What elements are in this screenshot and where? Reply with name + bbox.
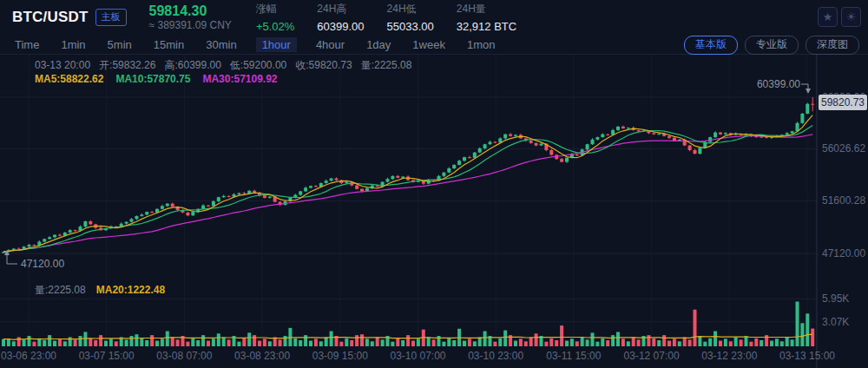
ohlc-item: 低:59200.00	[230, 59, 286, 71]
last-price-tag: 59820.73	[819, 95, 867, 110]
vol-item: 量:2225.08	[35, 284, 86, 296]
volume-readout: 量:2225.08MA20:1222.48	[35, 283, 175, 298]
chart-region: 03-13 20:00开:59832.26高:60399.00低:59200.0…	[0, 0, 868, 368]
time-tick: 03-08 07:00	[145, 350, 223, 362]
ohlc-item: 高:60399.00	[164, 59, 220, 71]
candlestick-chart[interactable]	[0, 0, 868, 368]
time-tick: 03-13 15:00	[768, 350, 846, 362]
volume-tick: 3.07K	[822, 316, 849, 328]
price-tick: 51600.28	[822, 194, 865, 207]
trading-app: BTC/USDT 主板 59814.30 ≈ 389391.09 CNY 涨幅+…	[0, 0, 868, 368]
ohlc-item: 量:2225.08	[361, 59, 412, 71]
time-tick: 03-08 23:00	[223, 350, 301, 362]
ohlc-readout: 03-13 20:00开:59832.26高:60399.00低:59200.0…	[35, 58, 420, 73]
time-tick: 03-09 15:00	[301, 350, 379, 362]
volume-tick: 5.95K	[822, 292, 849, 305]
ma-item: MA10:57870.75	[115, 73, 190, 85]
high-annotation: 60399.00	[740, 78, 800, 90]
ma-item: MA5:58822.62	[35, 73, 103, 85]
vol-item: MA20:1222.48	[96, 284, 165, 296]
time-tick: 03-12 23:00	[690, 350, 768, 362]
time-tick: 03-07 15:00	[68, 350, 146, 362]
price-tick: 47120.00	[822, 247, 865, 260]
time-tick: 03-11 15:00	[535, 350, 613, 362]
low-annotation: 47120.00	[21, 258, 64, 270]
ma-item: MA30:57109.92	[202, 73, 277, 85]
ohlc-item: 收:59820.73	[295, 59, 352, 71]
time-tick: 03-10 07:00	[379, 350, 457, 362]
time-tick: 03-06 23:00	[0, 350, 68, 362]
price-tick: 56026.62	[822, 142, 865, 154]
ohlc-item: 03-13 20:00	[35, 59, 90, 71]
time-tick: 03-12 07:00	[613, 350, 691, 362]
ma-readout: MA5:58822.62MA10:57870.75MA30:57109.92	[35, 73, 290, 85]
time-tick: 03-10 23:00	[457, 350, 535, 362]
ohlc-item: 开:59832.26	[99, 59, 155, 71]
